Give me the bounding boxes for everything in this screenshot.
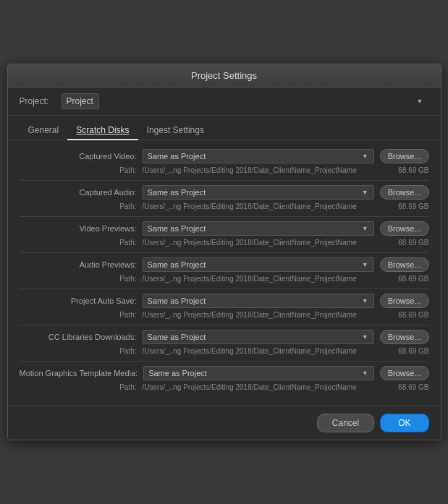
audio-previews-browse-button[interactable]: Browse...: [380, 257, 429, 272]
cc-libraries-dropdown-wrapper: Same as Project: [143, 330, 374, 344]
project-label: Project:: [20, 96, 56, 106]
captured-video-browse-button[interactable]: Browse...: [380, 149, 429, 163]
audio-previews-path-label: Path:: [20, 275, 143, 283]
video-previews-path-label: Path:: [20, 239, 143, 247]
captured-audio-label: Captured Audio:: [20, 188, 143, 197]
captured-video-path-label: Path:: [20, 166, 143, 174]
project-auto-save-dropdown-wrapper: Same as Project: [143, 294, 374, 308]
scratch-disks-content: Captured Video: Same as Project Browse..…: [8, 140, 441, 406]
captured-audio-row: Captured Audio: Same as Project Browse..…: [20, 185, 429, 200]
audio-previews-dropdown[interactable]: Same as Project: [143, 257, 374, 272]
cc-libraries-label: CC Libraries Downloads:: [20, 333, 143, 341]
motion-graphics-path-size: 68.69 GB: [398, 383, 428, 391]
captured-video-path-row: Path: /Users/_..ng Projects/Editing 2018…: [20, 166, 429, 174]
motion-graphics-section: Motion Graphics Template Media: Same as …: [20, 366, 429, 391]
motion-graphics-row: Motion Graphics Template Media: Same as …: [20, 366, 429, 380]
project-row: Project: Project: [8, 87, 441, 116]
video-previews-dropdown[interactable]: Same as Project: [143, 221, 374, 236]
video-previews-path-size: 68.69 GB: [398, 239, 428, 247]
motion-graphics-path-row: Path: /Users/_..ng Projects/Editing 2018…: [20, 383, 429, 391]
cc-libraries-dropdown[interactable]: Same as Project: [143, 330, 374, 344]
tab-general[interactable]: General: [20, 121, 68, 140]
video-previews-path-row: Path: /Users/_..ng Projects/Editing 2018…: [20, 239, 429, 247]
captured-video-row: Captured Video: Same as Project Browse..…: [20, 149, 429, 163]
project-auto-save-path-value: /Users/_..ng Projects/Editing 2018/Date_…: [143, 311, 393, 319]
captured-audio-dropdown[interactable]: Same as Project: [143, 185, 374, 200]
audio-previews-path-size: 68.69 GB: [398, 275, 428, 283]
captured-audio-section: Captured Audio: Same as Project Browse..…: [20, 185, 429, 210]
divider-6: [20, 361, 429, 362]
ok-button[interactable]: OK: [380, 414, 428, 432]
project-select[interactable]: Project: [62, 93, 99, 109]
video-previews-row: Video Previews: Same as Project Browse..…: [20, 221, 429, 236]
divider-4: [20, 289, 429, 289]
captured-audio-browse-button[interactable]: Browse...: [380, 185, 429, 200]
captured-audio-path-row: Path: /Users/_..ng Projects/Editing 2018…: [20, 202, 429, 210]
project-auto-save-path-size: 68.69 GB: [398, 311, 428, 319]
video-previews-browse-button[interactable]: Browse...: [380, 221, 429, 236]
divider-2: [20, 216, 429, 217]
project-settings-dialog: Project Settings Project: Project Genera…: [7, 64, 441, 440]
motion-graphics-dropdown[interactable]: Same as Project: [143, 366, 373, 380]
title-bar: Project Settings: [8, 64, 441, 87]
motion-graphics-label: Motion Graphics Template Media:: [20, 369, 144, 377]
divider-3: [20, 252, 429, 253]
motion-graphics-path-value: /Users/_..ng Projects/Editing 2018/Date_…: [143, 383, 393, 391]
audio-previews-path-value: /Users/_..ng Projects/Editing 2018/Date_…: [143, 275, 393, 283]
captured-video-section: Captured Video: Same as Project Browse..…: [20, 149, 429, 174]
cc-libraries-path-row: Path: /Users/_..ng Projects/Editing 2018…: [20, 347, 429, 355]
dialog-footer: Cancel OK: [8, 406, 441, 440]
captured-audio-path-size: 68.69 GB: [398, 202, 428, 210]
cc-libraries-path-size: 68.69 GB: [398, 347, 428, 355]
cc-libraries-path-value: /Users/_..ng Projects/Editing 2018/Date_…: [143, 347, 393, 355]
motion-graphics-browse-button[interactable]: Browse...: [380, 366, 429, 380]
cc-libraries-section: CC Libraries Downloads: Same as Project …: [20, 330, 429, 355]
captured-audio-path-label: Path:: [20, 202, 143, 210]
motion-graphics-path-label: Path:: [20, 383, 143, 391]
captured-audio-dropdown-wrapper: Same as Project: [143, 185, 374, 200]
cc-libraries-row: CC Libraries Downloads: Same as Project …: [20, 330, 429, 344]
project-auto-save-dropdown[interactable]: Same as Project: [143, 294, 374, 308]
video-previews-dropdown-wrapper: Same as Project: [143, 221, 374, 236]
divider-1: [20, 180, 429, 181]
audio-previews-section: Audio Previews: Same as Project Browse..…: [20, 257, 429, 283]
audio-previews-dropdown-wrapper: Same as Project: [143, 257, 374, 272]
project-auto-save-browse-button[interactable]: Browse...: [380, 294, 429, 308]
captured-video-path-value: /Users/_..ng Projects/Editing 2018/Date_…: [143, 166, 393, 174]
cancel-button[interactable]: Cancel: [317, 414, 374, 432]
project-auto-save-path-row: Path: /Users/_..ng Projects/Editing 2018…: [20, 311, 429, 319]
video-previews-section: Video Previews: Same as Project Browse..…: [20, 221, 429, 247]
cc-libraries-path-label: Path:: [20, 347, 143, 355]
audio-previews-row: Audio Previews: Same as Project Browse..…: [20, 257, 429, 272]
captured-video-dropdown[interactable]: Same as Project: [143, 149, 374, 163]
video-previews-label: Video Previews:: [20, 224, 143, 233]
divider-5: [20, 325, 429, 325]
captured-video-label: Captured Video:: [20, 152, 143, 161]
cc-libraries-browse-button[interactable]: Browse...: [380, 330, 429, 344]
project-select-wrapper: Project: [62, 93, 429, 109]
captured-video-path-size: 68.69 GB: [398, 166, 428, 174]
tabs-bar: General Scratch Disks Ingest Settings: [8, 116, 441, 140]
audio-previews-label: Audio Previews:: [20, 260, 143, 269]
captured-audio-path-value: /Users/_..ng Projects/Editing 2018/Date_…: [143, 202, 393, 210]
audio-previews-path-row: Path: /Users/_..ng Projects/Editing 2018…: [20, 275, 429, 283]
project-auto-save-section: Project Auto Save: Same as Project Brows…: [20, 294, 429, 319]
motion-graphics-dropdown-wrapper: Same as Project: [143, 366, 373, 380]
video-previews-path-value: /Users/_..ng Projects/Editing 2018/Date_…: [143, 239, 393, 247]
project-auto-save-label: Project Auto Save:: [20, 296, 143, 305]
dialog-title: Project Settings: [191, 70, 257, 81]
tab-ingest-settings[interactable]: Ingest Settings: [138, 121, 213, 140]
captured-video-dropdown-wrapper: Same as Project: [143, 149, 374, 163]
project-auto-save-path-label: Path:: [20, 311, 143, 319]
tab-scratch-disks[interactable]: Scratch Disks: [67, 121, 138, 140]
project-auto-save-row: Project Auto Save: Same as Project Brows…: [20, 294, 429, 308]
